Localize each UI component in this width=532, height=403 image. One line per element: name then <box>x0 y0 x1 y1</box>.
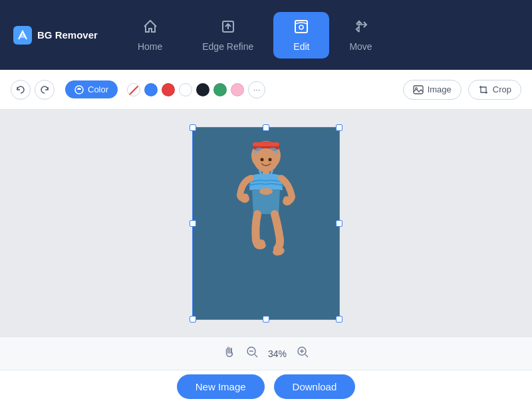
swatch-transparent[interactable] <box>127 83 140 96</box>
crop-button[interactable]: Crop <box>468 80 521 100</box>
image-label: Image <box>428 84 452 94</box>
color-swatches: ··· <box>127 81 265 98</box>
handle-br[interactable] <box>336 316 342 323</box>
image-button[interactable]: Image <box>403 80 462 100</box>
nav-item-edit[interactable]: Edit <box>273 12 329 59</box>
home-icon <box>142 19 158 37</box>
edit-label: Edit <box>293 41 309 52</box>
download-button[interactable]: Download <box>274 374 356 399</box>
home-label: Home <box>138 41 162 52</box>
zoom-level: 34% <box>268 348 287 359</box>
zoom-out-icon[interactable] <box>245 345 259 362</box>
color-label: Color <box>88 84 108 94</box>
image-container[interactable] <box>192 127 340 320</box>
brand-icon <box>13 26 32 45</box>
hand-icon[interactable] <box>223 345 236 362</box>
svg-line-31 <box>305 354 308 357</box>
color-button[interactable]: Color <box>65 80 118 98</box>
nav-item-edge-refine[interactable]: Edge Refine <box>182 12 273 59</box>
more-colors-button[interactable]: ··· <box>248 81 265 98</box>
footer: New Image Download <box>0 370 532 403</box>
edge-refine-icon <box>220 19 236 37</box>
zoom-in-icon[interactable] <box>296 345 309 362</box>
handle-ml[interactable] <box>190 220 196 227</box>
crop-label: Crop <box>493 84 511 94</box>
handle-tl[interactable] <box>190 124 196 131</box>
swatch-blue[interactable] <box>144 83 158 96</box>
edit-icon <box>293 19 309 37</box>
nav-item-move[interactable]: Move <box>329 12 392 59</box>
svg-point-4 <box>299 25 303 29</box>
edge-refine-label: Edge Refine <box>202 41 253 52</box>
handle-bm[interactable] <box>263 316 269 323</box>
handle-tr[interactable] <box>336 124 342 131</box>
main-content: Color ··· Image Crop <box>0 70 532 403</box>
swatch-green[interactable] <box>213 83 227 96</box>
redo-button[interactable] <box>35 80 55 100</box>
handle-mr[interactable] <box>336 220 342 227</box>
handle-bl[interactable] <box>190 316 196 323</box>
swatch-black[interactable] <box>196 83 209 96</box>
svg-rect-0 <box>20 34 25 38</box>
toolbar: Color ··· Image Crop <box>0 70 532 110</box>
status-bar: 34% <box>0 336 532 370</box>
undo-button[interactable] <box>11 80 31 100</box>
svg-line-27 <box>255 354 257 357</box>
move-label: Move <box>349 41 372 52</box>
swatch-white[interactable] <box>179 83 192 96</box>
new-image-button[interactable]: New Image <box>177 374 265 399</box>
navbar: BG Remover Home Edge Refine <box>0 0 532 70</box>
nav-item-home[interactable]: Home <box>118 12 182 59</box>
undo-redo-group <box>11 80 55 100</box>
swatch-red[interactable] <box>162 83 175 96</box>
brand: BG Remover <box>13 26 98 45</box>
canvas-area[interactable] <box>0 110 532 336</box>
selection-box <box>192 127 340 320</box>
move-icon <box>353 19 369 37</box>
swatch-pink[interactable] <box>231 83 244 96</box>
brand-name: BG Remover <box>37 29 98 41</box>
nav-items: Home Edge Refine Edit <box>118 12 519 59</box>
handle-tm[interactable] <box>263 124 269 131</box>
